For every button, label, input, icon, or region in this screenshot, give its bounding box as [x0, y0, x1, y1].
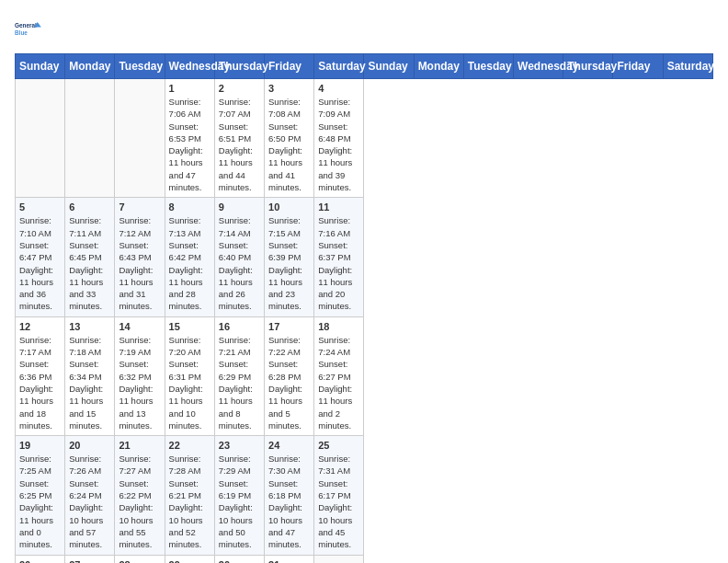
day-number: 10 — [268, 201, 310, 213]
day-info: Sunrise: 7:18 AMSunset: 6:34 PMDaylight:… — [69, 334, 110, 431]
week-row-4: 19Sunrise: 7:25 AMSunset: 6:25 PMDayligh… — [16, 436, 713, 555]
day-info: Sunrise: 7:25 AMSunset: 6:25 PMDaylight:… — [19, 453, 61, 550]
col-header-wednesday: Wednesday — [514, 54, 563, 79]
day-cell: 19Sunrise: 7:25 AMSunset: 6:25 PMDayligh… — [16, 436, 65, 555]
day-info: Sunrise: 7:10 AMSunset: 6:47 PMDaylight:… — [19, 214, 61, 312]
day-number: 9 — [219, 201, 260, 213]
day-info: Sunrise: 7:27 AMSunset: 6:22 PMDaylight:… — [119, 453, 160, 550]
day-info: Sunrise: 7:07 AMSunset: 6:51 PMDaylight:… — [219, 96, 260, 193]
day-number: 7 — [119, 201, 160, 213]
col-header-thursday: Thursday — [563, 54, 613, 79]
day-cell: 23Sunrise: 7:29 AMSunset: 6:19 PMDayligh… — [214, 436, 264, 555]
day-cell: 14Sunrise: 7:19 AMSunset: 6:32 PMDayligh… — [115, 316, 165, 435]
col-header-saturday: Saturday — [663, 54, 712, 79]
day-cell: 5Sunrise: 7:10 AMSunset: 6:47 PMDaylight… — [16, 198, 65, 316]
day-info: Sunrise: 7:20 AMSunset: 6:31 PMDaylight:… — [169, 334, 210, 431]
day-info: Sunrise: 7:31 AMSunset: 6:17 PMDaylight:… — [318, 453, 359, 550]
day-number: 12 — [19, 321, 61, 332]
day-number: 22 — [169, 440, 210, 451]
col-header-wednesday: Wednesday — [165, 54, 214, 79]
day-cell: 1Sunrise: 7:06 AMSunset: 6:53 PMDaylight… — [165, 79, 214, 198]
day-info: Sunrise: 7:11 AMSunset: 6:45 PMDaylight:… — [69, 214, 110, 312]
day-cell: 22Sunrise: 7:28 AMSunset: 6:21 PMDayligh… — [165, 436, 214, 555]
day-cell: 17Sunrise: 7:22 AMSunset: 6:28 PMDayligh… — [265, 316, 314, 435]
week-row-5: 26Sunrise: 7:32 AMSunset: 6:15 PMDayligh… — [16, 555, 713, 563]
day-number: 21 — [119, 440, 160, 451]
day-cell: 29Sunrise: 7:36 AMSunset: 6:11 PMDayligh… — [165, 555, 214, 563]
col-header-saturday: Saturday — [314, 54, 364, 79]
day-info: Sunrise: 7:09 AMSunset: 6:48 PMDaylight:… — [318, 96, 359, 193]
day-cell: 20Sunrise: 7:26 AMSunset: 6:24 PMDayligh… — [65, 436, 115, 555]
week-row-1: 1Sunrise: 7:06 AMSunset: 6:53 PMDaylight… — [16, 79, 713, 198]
col-header-friday: Friday — [613, 54, 663, 79]
day-cell: 26Sunrise: 7:32 AMSunset: 6:15 PMDayligh… — [16, 555, 65, 563]
day-cell: 12Sunrise: 7:17 AMSunset: 6:36 PMDayligh… — [16, 316, 65, 435]
day-cell: 25Sunrise: 7:31 AMSunset: 6:17 PMDayligh… — [314, 436, 364, 555]
day-cell: 3Sunrise: 7:08 AMSunset: 6:50 PMDaylight… — [265, 79, 314, 198]
day-info: Sunrise: 7:16 AMSunset: 6:37 PMDaylight:… — [318, 214, 359, 312]
col-header-tuesday: Tuesday — [463, 54, 513, 79]
day-number: 28 — [119, 559, 160, 564]
day-number: 31 — [268, 559, 310, 564]
col-header-sunday: Sunday — [16, 54, 65, 79]
col-header-tuesday: Tuesday — [115, 54, 165, 79]
day-number: 26 — [19, 559, 61, 564]
day-number: 18 — [318, 321, 359, 332]
day-cell: 24Sunrise: 7:30 AMSunset: 6:18 PMDayligh… — [265, 436, 314, 555]
day-cell: 8Sunrise: 7:13 AMSunset: 6:42 PMDaylight… — [165, 198, 214, 316]
day-info: Sunrise: 7:08 AMSunset: 6:50 PMDaylight:… — [268, 96, 310, 193]
col-header-friday: Friday — [265, 54, 314, 79]
day-info: Sunrise: 7:15 AMSunset: 6:39 PMDaylight:… — [268, 214, 310, 312]
day-number: 11 — [318, 201, 359, 213]
day-number: 29 — [169, 559, 210, 564]
day-cell: 2Sunrise: 7:07 AMSunset: 6:51 PMDaylight… — [214, 79, 264, 198]
day-cell: 15Sunrise: 7:20 AMSunset: 6:31 PMDayligh… — [165, 316, 214, 435]
day-cell: 27Sunrise: 7:33 AMSunset: 6:14 PMDayligh… — [65, 555, 115, 563]
day-cell: 31Sunrise: 7:38 AMSunset: 6:09 PMDayligh… — [265, 555, 314, 563]
day-number: 14 — [119, 321, 160, 332]
day-number: 13 — [69, 321, 110, 332]
day-cell: 16Sunrise: 7:21 AMSunset: 6:29 PMDayligh… — [214, 316, 264, 435]
col-header-monday: Monday — [65, 54, 115, 79]
day-cell: 21Sunrise: 7:27 AMSunset: 6:22 PMDayligh… — [115, 436, 165, 555]
day-info: Sunrise: 7:06 AMSunset: 6:53 PMDaylight:… — [169, 96, 210, 193]
col-header-thursday: Thursday — [214, 54, 264, 79]
day-cell — [65, 79, 115, 198]
svg-text:Blue: Blue — [15, 29, 28, 36]
day-cell — [314, 555, 364, 563]
day-info: Sunrise: 7:24 AMSunset: 6:27 PMDaylight:… — [318, 334, 359, 431]
day-cell: 11Sunrise: 7:16 AMSunset: 6:37 PMDayligh… — [314, 198, 364, 316]
day-number: 1 — [169, 83, 210, 94]
day-cell: 13Sunrise: 7:18 AMSunset: 6:34 PMDayligh… — [65, 316, 115, 435]
day-info: Sunrise: 7:13 AMSunset: 6:42 PMDaylight:… — [169, 214, 210, 312]
day-cell: 9Sunrise: 7:14 AMSunset: 6:40 PMDaylight… — [214, 198, 264, 316]
day-cell: 30Sunrise: 7:37 AMSunset: 6:10 PMDayligh… — [214, 555, 264, 563]
day-cell: 28Sunrise: 7:34 AMSunset: 6:13 PMDayligh… — [115, 555, 165, 563]
day-number: 6 — [69, 201, 110, 213]
day-info: Sunrise: 7:28 AMSunset: 6:21 PMDaylight:… — [169, 453, 210, 550]
day-info: Sunrise: 7:19 AMSunset: 6:32 PMDaylight:… — [119, 334, 160, 431]
day-number: 20 — [69, 440, 110, 451]
day-number: 5 — [19, 201, 61, 213]
day-number: 4 — [318, 83, 359, 94]
day-info: Sunrise: 7:17 AMSunset: 6:36 PMDaylight:… — [19, 334, 61, 431]
day-info: Sunrise: 7:30 AMSunset: 6:18 PMDaylight:… — [268, 453, 310, 550]
day-number: 16 — [219, 321, 260, 332]
col-header-monday: Monday — [414, 54, 463, 79]
week-row-3: 12Sunrise: 7:17 AMSunset: 6:36 PMDayligh… — [16, 316, 713, 435]
day-number: 2 — [219, 83, 260, 94]
day-number: 15 — [169, 321, 210, 332]
day-number: 30 — [219, 559, 260, 564]
day-cell: 7Sunrise: 7:12 AMSunset: 6:43 PMDaylight… — [115, 198, 165, 316]
day-number: 17 — [268, 321, 310, 332]
day-cell: 6Sunrise: 7:11 AMSunset: 6:45 PMDaylight… — [65, 198, 115, 316]
day-info: Sunrise: 7:14 AMSunset: 6:40 PMDaylight:… — [219, 214, 260, 312]
page-header: GeneralBlue — [15, 15, 713, 44]
day-info: Sunrise: 7:29 AMSunset: 6:19 PMDaylight:… — [219, 453, 260, 550]
day-number: 23 — [219, 440, 260, 451]
day-number: 24 — [268, 440, 310, 451]
day-cell: 18Sunrise: 7:24 AMSunset: 6:27 PMDayligh… — [314, 316, 364, 435]
col-header-sunday: Sunday — [364, 54, 414, 79]
day-cell: 10Sunrise: 7:15 AMSunset: 6:39 PMDayligh… — [265, 198, 314, 316]
day-info: Sunrise: 7:12 AMSunset: 6:43 PMDaylight:… — [119, 214, 160, 312]
